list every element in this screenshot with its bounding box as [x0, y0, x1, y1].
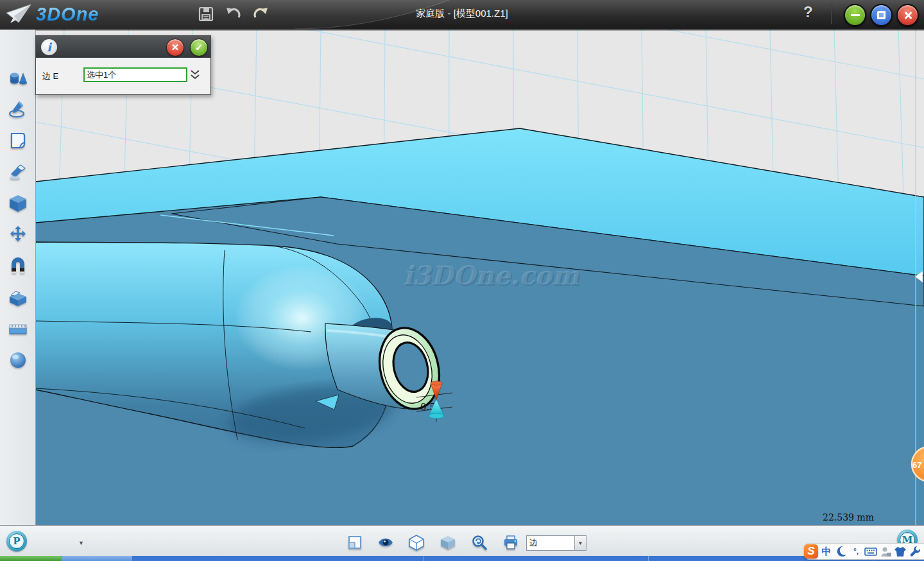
scale-readout: 22.539 mm — [823, 512, 874, 522]
taskbar-strip-green — [0, 556, 62, 561]
minimize-button[interactable] — [844, 4, 866, 26]
tool-sidebar — [0, 29, 36, 525]
shaded-display-icon[interactable] — [440, 534, 456, 551]
visibility-eye-icon[interactable] — [377, 534, 394, 551]
titlebar-separator — [831, 4, 832, 24]
edge-selection-input[interactable] — [83, 67, 187, 82]
taskbar-strip — [0, 556, 924, 561]
sidebar-item-trim[interactable] — [8, 162, 28, 182]
dialog-ok-button[interactable]: ✓ — [190, 39, 208, 56]
ime-punctuation-toggle[interactable]: °, — [850, 544, 862, 558]
restore-icon — [877, 11, 886, 19]
ime-keyboard-icon[interactable] — [864, 544, 877, 558]
sidebar-item-dimension[interactable] — [8, 319, 28, 338]
ime-skin-shirt-icon[interactable] — [894, 544, 907, 558]
taskbar-strip-light — [62, 556, 132, 561]
ime-account-icon[interactable] — [879, 544, 892, 558]
ime-mode-toggle[interactable]: 中 — [820, 544, 833, 558]
sidebar-item-move[interactable] — [8, 225, 28, 245]
edge-selection-dialog: i ✕ ✓ 边 E — [35, 35, 211, 95]
edge-field-label: 边 E — [42, 71, 58, 82]
ime-settings-wrench-icon[interactable] — [909, 544, 921, 558]
window-title: 家庭版 - [模型001.Z1] — [0, 8, 924, 20]
close-button[interactable] — [896, 4, 919, 26]
sidebar-item-surface[interactable] — [8, 131, 28, 150]
bottom-toolbar: P ▼ 边 ▼ M — [0, 525, 924, 557]
watermark: i3DOne.com i3DOne.com — [403, 260, 581, 291]
help-button[interactable]: ? — [803, 3, 813, 21]
minimize-icon — [851, 14, 860, 16]
sidebar-item-render[interactable] — [8, 350, 28, 370]
ime-halfwidth-moon-icon[interactable] — [835, 544, 848, 558]
sidebar-item-constraint[interactable] — [8, 257, 28, 276]
dialog-cancel-button[interactable]: ✕ — [166, 39, 184, 56]
sidebar-item-sketch[interactable] — [8, 99, 28, 119]
sidebar-item-primitives[interactable] — [8, 69, 28, 88]
info-icon: i — [41, 39, 57, 55]
sidebar-item-assembly[interactable] — [8, 288, 28, 307]
expand-chevron-icon[interactable] — [189, 68, 201, 82]
print-icon[interactable] — [502, 534, 519, 551]
sidebar-item-solid-feature[interactable] — [8, 194, 28, 213]
zoom-fit-icon[interactable] — [471, 534, 488, 551]
selection-filter-value: 边 — [527, 537, 574, 549]
selection-filter-combobox[interactable]: 边 ▼ — [526, 535, 586, 551]
viewport-3d[interactable]: 0.5 i3DOne.com i3DOne.com 22.539 mm 67 — [35, 29, 924, 525]
profile-badge[interactable]: P — [6, 531, 27, 551]
ime-toolbar: S 中 °, — [806, 543, 924, 560]
svg-text:i3DOne.com: i3DOne.com — [403, 260, 579, 290]
profile-badge-letter: P — [9, 533, 24, 549]
view-plane-icon[interactable] — [346, 534, 363, 551]
restore-button[interactable] — [870, 4, 893, 26]
close-icon — [903, 11, 912, 20]
dialog-header[interactable] — [36, 36, 210, 58]
title-bar: 3DOne 家庭版 - [模型001.Z1] ? — [0, 0, 924, 30]
profile-dropdown-arrow-icon[interactable]: ▼ — [78, 540, 84, 546]
wireframe-display-icon[interactable] — [408, 534, 425, 551]
combobox-dropdown-icon[interactable]: ▼ — [574, 536, 586, 550]
ime-logo[interactable]: S — [804, 544, 818, 558]
community-badge-count: 67 — [912, 460, 921, 470]
